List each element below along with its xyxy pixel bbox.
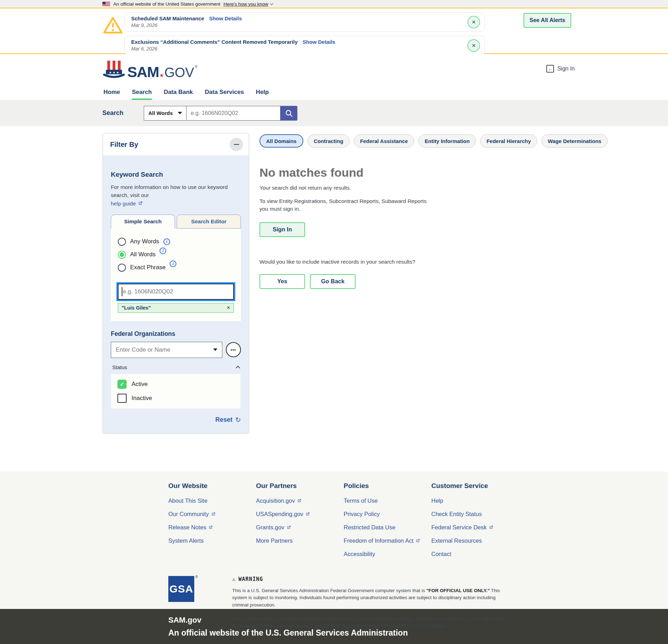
footer-link[interactable]: Acquisition.gov bbox=[256, 497, 344, 504]
footer-link[interactable]: External Resources bbox=[431, 537, 519, 544]
domain-pill-contracting[interactable]: Contracting bbox=[308, 134, 350, 148]
warning-block: ⚠ WARNING This is a U.S. General Service… bbox=[232, 576, 513, 630]
site-header: ★ ★ ★ SAM ★ GOV ® ← Sign In bbox=[0, 54, 668, 84]
footer-link[interactable]: Federal Service Desk bbox=[431, 524, 519, 531]
footer-link[interactable]: Restricted Data Use bbox=[344, 524, 431, 531]
nav-item-data-bank[interactable]: Data Bank bbox=[164, 84, 193, 100]
filter-panel-title: Filter By bbox=[110, 141, 138, 149]
domain-pill-federal-assistance[interactable]: Federal Assistance bbox=[354, 134, 414, 148]
minus-icon bbox=[234, 144, 239, 145]
footer-link[interactable]: About This Site bbox=[168, 497, 256, 504]
sign-in-button[interactable]: Sign In bbox=[259, 222, 305, 237]
keyword-info-text: For more information on how to use our k… bbox=[111, 184, 228, 198]
alert-date: Mar 9, 2026 bbox=[131, 22, 462, 28]
global-search-input[interactable] bbox=[187, 106, 281, 121]
go-back-button[interactable]: Go Back bbox=[310, 274, 356, 289]
logo-gov-text: GOV bbox=[164, 66, 194, 79]
footer-link[interactable]: System Alerts bbox=[168, 537, 256, 544]
logo-sam-text: SAM bbox=[127, 65, 159, 80]
select-caret-icon bbox=[213, 348, 217, 351]
nav-item-search[interactable]: Search bbox=[132, 84, 152, 100]
info-icon[interactable]: i bbox=[163, 238, 170, 245]
uncle-sam-hat-icon: ★ ★ ★ bbox=[103, 60, 125, 80]
alert-card: Scheduled SAM Maintenance Show Details M… bbox=[124, 12, 485, 32]
search-icon bbox=[285, 109, 293, 117]
reset-icon[interactable]: ↻ bbox=[235, 416, 241, 424]
results-area: All Domains Contracting Federal Assistan… bbox=[259, 134, 568, 289]
warning-triangle-icon bbox=[103, 16, 123, 34]
more-options-button[interactable]: ••• bbox=[226, 342, 241, 357]
how-you-know-link[interactable]: Here's how you know bbox=[223, 1, 273, 7]
external-link-icon bbox=[297, 499, 302, 503]
domain-pill-federal-hierarchy[interactable]: Federal Hierarchy bbox=[480, 134, 537, 148]
footer-link[interactable]: USASpending.gov bbox=[256, 511, 344, 517]
radio-all-words[interactable] bbox=[118, 251, 126, 259]
sam-gov-logo[interactable]: ★ ★ ★ SAM ★ GOV ® bbox=[103, 60, 197, 80]
footer-link[interactable]: Accessibility bbox=[344, 551, 431, 557]
alerts-section: Scheduled SAM Maintenance Show Details M… bbox=[0, 8, 668, 54]
footer-link[interactable]: Help bbox=[431, 497, 519, 504]
federal-orgs-heading: Federal Organizations bbox=[111, 330, 241, 338]
keyword-tag: "Luis Giles" × bbox=[118, 303, 234, 313]
external-link-icon bbox=[286, 525, 291, 530]
footer-link[interactable]: More Partners bbox=[256, 537, 344, 544]
sign-in-link[interactable]: ← Sign In bbox=[546, 65, 575, 73]
reset-filters-link[interactable]: Reset bbox=[215, 416, 232, 423]
footer-link[interactable]: Grants.gov bbox=[256, 524, 344, 531]
no-results-message: Your search did not return any results. bbox=[259, 185, 568, 191]
inactive-records-question: Would you like to include inactive recor… bbox=[259, 259, 568, 265]
checkbox-active[interactable]: ✓ bbox=[117, 380, 127, 389]
sign-in-note: To view Entity Registrations, Subcontrac… bbox=[259, 197, 435, 213]
info-icon[interactable]: i bbox=[170, 260, 176, 267]
domain-pill-wage-determinations[interactable]: Wage Determinations bbox=[541, 134, 608, 148]
footer-column-customer-service: Customer Service Help Check Entity Statu… bbox=[431, 482, 519, 564]
footer-column-our-partners: Our Partners Acquisition.gov USASpending… bbox=[256, 482, 344, 564]
tab-search-editor[interactable]: Search Editor bbox=[177, 215, 241, 229]
alert-date: Mar 6, 2026 bbox=[131, 46, 462, 52]
nav-item-home[interactable]: Home bbox=[103, 84, 120, 100]
main-nav: Home Search Data Bank Data Services Help bbox=[0, 84, 668, 100]
tab-simple-search[interactable]: Simple Search bbox=[111, 215, 175, 229]
chevron-down-icon bbox=[270, 2, 274, 5]
chevron-up-icon[interactable] bbox=[236, 366, 240, 370]
search-band: Search All Words bbox=[0, 100, 668, 126]
remove-tag-icon[interactable]: × bbox=[227, 305, 230, 311]
us-flag-icon bbox=[102, 2, 110, 6]
show-details-link[interactable]: Show Details bbox=[303, 39, 335, 45]
close-icon[interactable]: × bbox=[467, 39, 480, 52]
footer-link[interactable]: Our Community bbox=[168, 511, 256, 517]
search-mode-select[interactable]: All Words bbox=[144, 106, 187, 121]
footer-link[interactable]: Freedom of Information Act bbox=[344, 537, 431, 544]
warning-icon: ⚠ bbox=[232, 576, 236, 582]
radio-exact-phrase[interactable] bbox=[118, 264, 126, 272]
see-all-alerts-button[interactable]: See All Alerts bbox=[524, 13, 571, 28]
domain-pill-all-domains[interactable]: All Domains bbox=[259, 134, 303, 148]
help-guide-link[interactable]: help guide bbox=[111, 199, 143, 208]
search-band-label: Search bbox=[102, 109, 130, 117]
checkbox-inactive[interactable] bbox=[117, 394, 127, 403]
collapse-filters-button[interactable] bbox=[230, 138, 243, 151]
keyword-input[interactable] bbox=[118, 284, 234, 300]
show-details-link[interactable]: Show Details bbox=[209, 15, 242, 21]
footer-link[interactable]: Check Entity Status bbox=[431, 511, 519, 517]
footer-link[interactable]: Privacy Policy bbox=[344, 511, 431, 517]
search-button[interactable] bbox=[281, 106, 297, 121]
yes-button[interactable]: Yes bbox=[259, 274, 305, 289]
federal-orgs-select[interactable]: Enter Code or Name bbox=[111, 342, 222, 358]
footer-link[interactable]: Release Notes bbox=[168, 524, 256, 531]
close-icon[interactable]: × bbox=[467, 16, 480, 28]
nav-item-help[interactable]: Help bbox=[256, 84, 269, 100]
external-link-icon bbox=[138, 201, 143, 206]
footer-link[interactable]: Terms of Use bbox=[344, 497, 431, 504]
footer-link[interactable]: Contact bbox=[431, 551, 519, 557]
domain-pill-entity-information[interactable]: Entity Information bbox=[418, 134, 476, 148]
gsa-logo: GSA ® bbox=[168, 576, 194, 630]
gov-banner: An official website of the United States… bbox=[0, 0, 668, 8]
main-content: Filter By Keyword Search For more inform… bbox=[0, 126, 668, 472]
registered-mark: ® bbox=[195, 65, 197, 69]
warning-heading: WARNING bbox=[238, 576, 263, 582]
info-icon[interactable]: i bbox=[160, 248, 166, 254]
filter-panel: Filter By Keyword Search For more inform… bbox=[103, 133, 249, 433]
radio-any-words[interactable] bbox=[118, 238, 126, 246]
nav-item-data-services[interactable]: Data Services bbox=[205, 84, 244, 100]
